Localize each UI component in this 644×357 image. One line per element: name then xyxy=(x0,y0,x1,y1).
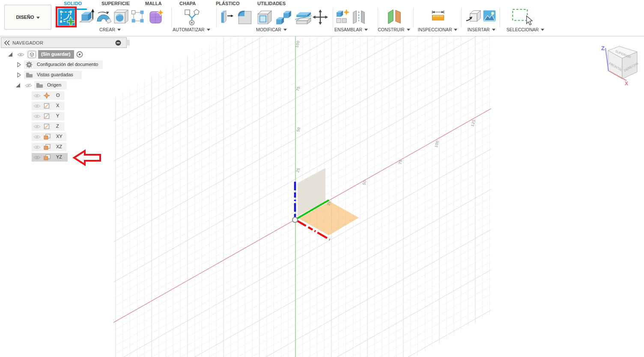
chevron-down-icon xyxy=(283,29,287,33)
toolbar-separator xyxy=(378,8,378,27)
toolbar-separator xyxy=(54,8,55,27)
hide-panel-icon[interactable] xyxy=(115,40,121,46)
combine-button[interactable] xyxy=(274,9,292,27)
design-menu-button[interactable]: DISEÑO xyxy=(4,5,51,30)
viewcube-z-label: Z xyxy=(601,45,605,51)
new-component-button[interactable] xyxy=(335,8,351,25)
tab-plastico[interactable]: PLÁSTICO xyxy=(216,1,240,6)
measure-button[interactable] xyxy=(430,9,446,24)
group-label-automatizar[interactable]: AUTOMATIZAR xyxy=(161,27,221,32)
press-pull-button[interactable] xyxy=(218,9,235,25)
toolbar-separator xyxy=(413,8,414,27)
visibility-eye-icon[interactable] xyxy=(17,52,24,57)
tab-malla[interactable]: MALLA xyxy=(145,1,162,6)
move-copy-button[interactable] xyxy=(312,9,328,25)
plane-icon xyxy=(43,144,51,150)
row-label: Z xyxy=(56,123,59,129)
collapse-panel-icon[interactable] xyxy=(4,40,10,45)
tree-row-origin-o[interactable]: O xyxy=(0,91,134,100)
chevron-down-icon xyxy=(117,29,121,33)
visibility-eye-icon[interactable] xyxy=(33,135,41,139)
axis-icon xyxy=(43,102,50,109)
visibility-eye-icon[interactable] xyxy=(33,145,41,150)
visibility-eye-icon[interactable] xyxy=(33,93,41,98)
row-label: X xyxy=(56,103,59,108)
tree-row-origin-z[interactable]: Z xyxy=(0,122,134,131)
tab-solido[interactable]: SOLIDO xyxy=(64,1,82,6)
origin-point-icon xyxy=(43,92,50,99)
chevron-down-icon xyxy=(492,29,495,33)
chevron-down-icon xyxy=(541,29,544,33)
tree-row-origin-xy[interactable]: XY xyxy=(0,132,134,141)
expand-triangle-icon[interactable] xyxy=(8,52,13,57)
canvas-button[interactable] xyxy=(482,9,497,23)
tab-utilidades[interactable]: UTILIDADES xyxy=(257,1,286,6)
row-label: O xyxy=(56,93,60,98)
navigator-panel: NAVEGADOR (Sin guardar) xyxy=(0,36,134,165)
tree-row-saved-views[interactable]: Vistas guardadas xyxy=(0,71,134,79)
tree-row-origin-x[interactable]: X xyxy=(0,102,134,110)
annotation-arrow xyxy=(72,149,103,167)
document-icon xyxy=(27,51,36,58)
visibility-eye-icon[interactable] xyxy=(33,155,41,160)
toolbar-separator xyxy=(461,8,462,27)
row-label: Vistas guardadas xyxy=(37,72,73,77)
group-label-crear[interactable]: CREAR xyxy=(80,27,140,32)
group-label-seleccionar[interactable]: SELECCIONAR xyxy=(495,27,555,32)
main-toolbar: DISEÑO SOLIDO SUPERFICIE MALLA CHAPA PLÁ… xyxy=(0,0,644,36)
visibility-eye-off-icon[interactable] xyxy=(25,83,32,88)
folder-icon xyxy=(26,72,33,78)
fillet-button[interactable] xyxy=(236,9,254,27)
panel-grip[interactable] xyxy=(128,40,128,45)
tree-row-origin-xz[interactable]: XZ xyxy=(0,143,134,151)
chevron-down-icon xyxy=(207,29,210,33)
chevron-down-icon xyxy=(36,17,40,21)
group-label-modificar[interactable]: MODIFICAR xyxy=(242,27,301,32)
tree-row-document-settings[interactable]: Configuración del documento xyxy=(0,60,134,69)
navigator-header: NAVEGADOR xyxy=(1,37,127,48)
revolve-button[interactable] xyxy=(95,9,112,25)
visibility-eye-icon[interactable] xyxy=(33,124,41,129)
generative-design-button[interactable] xyxy=(183,9,200,26)
extrude-button[interactable] xyxy=(78,8,96,26)
design-menu-label: DISEÑO xyxy=(16,15,34,20)
row-label: Origen xyxy=(47,82,61,87)
viewcube-x-label: X xyxy=(625,81,628,87)
axis-icon xyxy=(43,113,50,120)
origin-point[interactable] xyxy=(292,217,298,222)
toolbar-separator xyxy=(216,8,217,27)
tree-row-document[interactable]: (Sin guardar) xyxy=(0,50,134,59)
fusion-window: 25 50 75 100 25 50 75 100 125 Z X SUPERI… xyxy=(0,0,644,357)
plane-icon xyxy=(43,133,51,140)
shell-button[interactable] xyxy=(255,9,273,27)
tree-row-origin[interactable]: Origen xyxy=(0,81,134,90)
visibility-eye-icon[interactable] xyxy=(33,104,41,108)
activate-component-icon[interactable] xyxy=(76,51,83,58)
collapsed-triangle-icon[interactable] xyxy=(16,72,21,78)
rectangular-pattern-button[interactable] xyxy=(130,9,146,24)
split-body-button[interactable] xyxy=(294,9,313,27)
tab-chapa[interactable]: CHAPA xyxy=(179,1,196,6)
window-select-button[interactable] xyxy=(511,9,536,26)
folder-icon xyxy=(36,82,43,88)
tree-row-origin-yz[interactable]: YZ xyxy=(0,153,134,162)
gear-icon xyxy=(26,61,33,68)
navigator-title: NAVEGADOR xyxy=(12,40,43,45)
construction-plane-button[interactable] xyxy=(386,8,402,25)
hole-button[interactable] xyxy=(112,8,129,25)
create-sketch-button[interactable] xyxy=(58,9,75,26)
tab-superficie[interactable]: SUPERFICIE xyxy=(101,1,130,6)
insert-derive-button[interactable] xyxy=(465,8,481,25)
create-form-button[interactable] xyxy=(147,8,164,25)
collapsed-triangle-icon[interactable] xyxy=(16,62,21,67)
toolbar-separator xyxy=(333,8,333,27)
cursor-icon xyxy=(527,16,532,25)
axis-icon xyxy=(43,123,50,130)
view-cube[interactable]: Z X SUPERIOR FRONTAL DERECHA xyxy=(591,41,643,88)
expand-triangle-icon[interactable] xyxy=(15,83,21,88)
panel-grip[interactable] xyxy=(129,40,129,45)
joint-button[interactable] xyxy=(352,9,366,25)
tree-row-origin-y[interactable]: Y xyxy=(0,112,134,120)
visibility-eye-icon[interactable] xyxy=(33,114,41,119)
row-label: Y xyxy=(56,113,59,118)
